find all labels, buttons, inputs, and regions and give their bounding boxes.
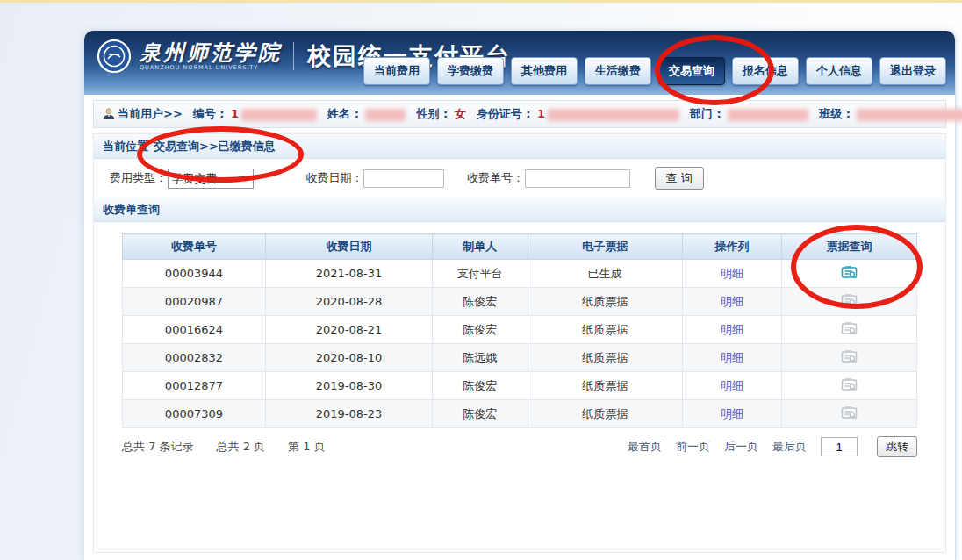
bill-no-input[interactable]: [525, 169, 630, 188]
search-button[interactable]: 查 询: [655, 167, 704, 190]
tab-other-fees[interactable]: 其他费用: [511, 57, 578, 85]
redacted-value: [365, 109, 406, 121]
col-actions: 操作列: [683, 234, 782, 260]
table-row: 00020987 2020-08-28 陈俊宏 纸质票据 明细: [123, 288, 917, 316]
ticket-view-icon-disabled: [841, 377, 858, 391]
prev-page-link[interactable]: 前一页: [676, 439, 710, 455]
table-row: 00012877 2019-08-30 陈俊宏 纸质票据 明细: [123, 372, 917, 400]
col-date: 收费日期: [265, 234, 432, 260]
detail-link[interactable]: 明细: [721, 323, 743, 336]
section-title: 收费单查询: [103, 202, 160, 218]
bill-no-label: 收费单号 :: [467, 170, 520, 186]
detail-link[interactable]: 明细: [721, 379, 743, 392]
main-panel: 泉州师范学院 QUANZHOU NORMAL UNIVERSITY 校园统一支付…: [83, 31, 956, 560]
next-page-link[interactable]: 后一页: [724, 439, 758, 455]
ticket-view-icon-disabled: [841, 293, 858, 307]
university-logo-icon: [97, 39, 132, 74]
pagination-controls: 最首页 前一页 后一页 最后页 跳转: [628, 436, 917, 457]
detail-link[interactable]: 明细: [721, 267, 743, 280]
user-field-class: 班级 : ): [819, 106, 962, 122]
tab-tuition-payment[interactable]: 学费缴费: [437, 57, 504, 85]
col-bill-no: 收费单号: [123, 234, 266, 260]
tab-living-payment[interactable]: 生活缴费: [585, 57, 651, 85]
col-creator: 制单人: [432, 234, 528, 260]
tab-logout[interactable]: 退出登录: [879, 57, 946, 85]
breadcrumb: 当前位置 交易查询>>已缴费信息: [94, 134, 945, 159]
detail-link[interactable]: 明细: [721, 351, 743, 364]
redacted-value: [728, 109, 808, 121]
fee-type-label: 费用类型 :: [110, 170, 163, 186]
user-avatar-icon: [102, 107, 116, 121]
breadcrumb-path[interactable]: 交易查询>>已缴费信息: [154, 139, 276, 154]
col-ticket-query: 票据查询: [782, 234, 917, 260]
ticket-view-icon-disabled: [841, 406, 858, 420]
total-records: 总共 7 条记录: [122, 439, 194, 455]
charge-date-label: 收费日期 :: [306, 170, 360, 186]
jump-button[interactable]: 跳转: [877, 436, 917, 457]
table-row: 00003944 2021-08-31 支付平台 已生成 明细: [123, 260, 917, 288]
section-header: 收费单查询: [94, 197, 945, 222]
first-page-link[interactable]: 最首页: [628, 439, 662, 455]
last-page-link[interactable]: 最后页: [772, 439, 807, 455]
page-top-strip: [0, 0, 962, 3]
tab-personal-info[interactable]: 个人信息: [806, 57, 872, 85]
fee-type-select[interactable]: 学费交费: [168, 169, 254, 189]
table-row: 00002832 2020-08-10 陈远娥 纸质票据 明细: [123, 344, 917, 372]
table-row: 00016624 2020-08-21 陈俊宏 纸质票据 明细: [123, 316, 917, 344]
ticket-view-icon-disabled: [841, 321, 858, 335]
nav-tabs: 当前费用 学费缴费 其他费用 生活缴费 交易查询 报名信息 个人信息 退出登录: [363, 57, 946, 85]
app-header: 泉州师范学院 QUANZHOU NORMAL UNIVERSITY 校园统一支付…: [84, 31, 955, 95]
detail-link[interactable]: 明细: [721, 295, 743, 308]
redacted-value: [241, 109, 317, 121]
filter-row: 费用类型 : 学费交费 收费日期 : 收费单号 : 查 询: [94, 159, 945, 197]
current-page: 第 1 页: [288, 439, 326, 455]
ticket-view-icon[interactable]: [841, 265, 858, 279]
content-box: 当前位置 交易查询>>已缴费信息 费用类型 : 学费交费 收费日期 : 收费单号…: [93, 133, 946, 553]
university-name-en: QUANZHOU NORMAL UNIVERSITY: [140, 65, 282, 71]
pagination-bar: 总共 7 条记录 总共 2 页 第 1 页 最首页 前一页 后一页 最后页 跳转: [122, 436, 917, 457]
user-field-gender: 性别 : 女: [416, 106, 465, 122]
charge-date-input[interactable]: [363, 169, 444, 188]
table-row: 00007309 2019-08-23 陈俊宏 纸质票据 明细: [123, 400, 917, 428]
detail-link[interactable]: 明细: [721, 407, 743, 420]
col-einvoice: 电子票据: [528, 234, 682, 260]
user-field-department: 部门 :: [690, 106, 808, 122]
user-prefix: 当前用户>>: [118, 106, 183, 122]
page-number-input[interactable]: [821, 437, 858, 456]
user-field-idcard: 身份证号 : 1: [477, 106, 679, 122]
tab-transaction-query[interactable]: 交易查询: [658, 57, 725, 85]
redacted-value: [548, 109, 679, 121]
table-header-row: 收费单号 收费日期 制单人 电子票据 操作列 票据查询: [123, 234, 917, 260]
ticket-view-icon-disabled: [841, 349, 858, 363]
receipt-table: 收费单号 收费日期 制单人 电子票据 操作列 票据查询 00003944 202…: [122, 233, 917, 428]
total-pages: 总共 2 页: [217, 439, 266, 455]
user-info-bar: 当前用户>> 编号 : 1 姓名 : 性别 : 女 身份证号 : 1 部门 : …: [93, 100, 946, 128]
university-name-block: 泉州师范学院 QUANZHOU NORMAL UNIVERSITY: [140, 42, 282, 71]
user-field-id: 编号 : 1: [193, 106, 317, 122]
tab-current-fees[interactable]: 当前费用: [363, 57, 430, 85]
title-separator: [293, 42, 294, 70]
user-field-name: 姓名 :: [327, 106, 406, 122]
breadcrumb-label: 当前位置: [103, 139, 148, 154]
tab-registration-info[interactable]: 报名信息: [732, 57, 799, 85]
pagination-summary: 总共 7 条记录 总共 2 页 第 1 页: [122, 439, 326, 455]
university-name: 泉州师范学院: [140, 42, 282, 63]
redacted-value: [857, 109, 962, 121]
